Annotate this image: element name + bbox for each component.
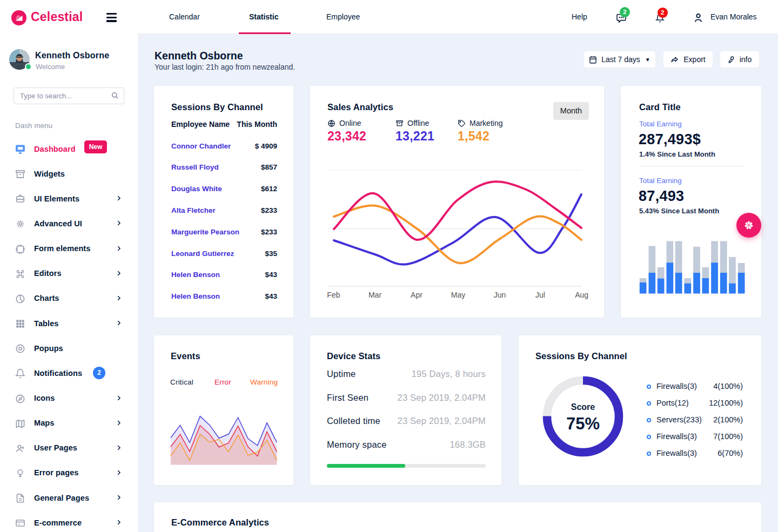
svg-text:May: May bbox=[451, 291, 465, 299]
svg-text:Mar: Mar bbox=[368, 291, 381, 299]
svg-text:Aug: Aug bbox=[575, 291, 588, 299]
svg-text:Apr: Apr bbox=[411, 291, 422, 299]
svg-text:Jun: Jun bbox=[494, 291, 506, 299]
svg-text:Feb: Feb bbox=[327, 291, 340, 299]
svg-text:Jul: Jul bbox=[535, 291, 545, 299]
